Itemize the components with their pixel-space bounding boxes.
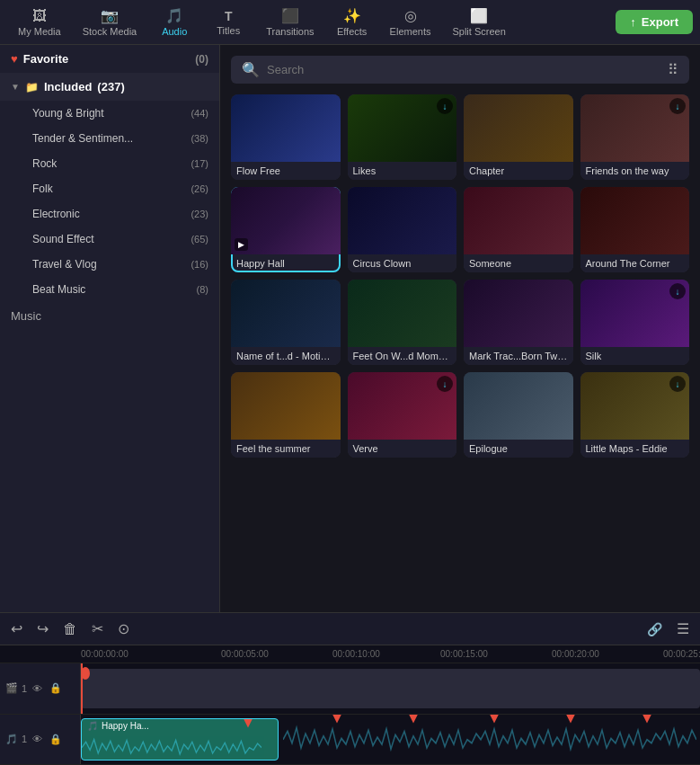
cut-button[interactable]: ✂ — [88, 617, 107, 641]
audio-card-feel-summer[interactable]: Feel the summer — [231, 372, 341, 458]
grid-toggle-button[interactable]: ⠿ — [668, 61, 678, 78]
nav-label-titles: Titles — [217, 25, 240, 36]
category-count: (26) — [191, 183, 208, 194]
audio-waveform — [82, 735, 261, 760]
ruler-mark-3: 00:00:15:00 — [440, 649, 488, 659]
card-thumbnail — [464, 372, 573, 440]
category-label: Young & Bright — [32, 107, 104, 120]
undo-button[interactable]: ↩ — [7, 617, 26, 641]
sidebar: ♥ Favorite (0) ▼ 📁 Included (237) Young … — [0, 45, 220, 612]
card-thumbnail — [464, 94, 573, 162]
sidebar-item-music[interactable]: Music — [0, 302, 219, 330]
card-thumbnail: ▶ — [231, 187, 341, 254]
ruler-mark-5: 00:00:25:00 — [663, 649, 700, 659]
video-track-number: 1 — [22, 683, 27, 694]
nav-item-effects[interactable]: ✨ Effects — [325, 4, 379, 40]
heart-icon: ♥ — [11, 52, 18, 66]
audio-card-around-the-corner[interactable]: Around The Corner — [580, 187, 690, 272]
audio-card-happy-hall[interactable]: ▶ Happy Hall — [231, 187, 341, 272]
category-label: Tender & Sentimen... — [32, 132, 133, 145]
nav-item-titles[interactable]: T Titles — [201, 5, 255, 40]
card-label: Likes — [348, 162, 457, 180]
audio-card-chapter[interactable]: Chapter — [464, 94, 573, 180]
download-badge: ↓ — [437, 98, 453, 114]
sidebar-item-young-bright[interactable]: Young & Bright (44) — [0, 101, 219, 126]
card-label: Someone — [464, 254, 573, 272]
search-input[interactable] — [267, 63, 660, 76]
favorite-label: Favorite — [23, 52, 69, 66]
audio-card-flow-free[interactable]: Flow Free — [231, 94, 341, 180]
audio-card-epilogue[interactable]: Epilogue — [464, 372, 573, 458]
card-label: Friends on the way — [580, 162, 690, 180]
nav-label-elements: Elements — [390, 26, 431, 37]
category-count: (8) — [197, 284, 208, 295]
redo-button[interactable]: ↪ — [33, 617, 52, 641]
video-track-bg — [81, 669, 700, 708]
audio-grid: Flow Free ↓ Likes Chapter ↓ Friends on t… — [231, 94, 689, 458]
video-track-row: 🎬 1 👁 🔒 — [0, 663, 700, 715]
nav-item-stock-media[interactable]: 📷 Stock Media — [72, 4, 148, 40]
category-count: (17) — [191, 158, 208, 169]
video-track-lock-button[interactable]: 🔒 — [48, 680, 64, 696]
link-button[interactable]: 🔗 — [643, 618, 666, 640]
sidebar-item-electronic[interactable]: Electronic (23) — [0, 201, 219, 227]
sidebar-item-folk[interactable]: Folk (26) — [0, 176, 219, 201]
sidebar-item-beat-music[interactable]: Beat Music (8) — [0, 277, 219, 302]
delete-button[interactable]: 🗑 — [59, 618, 81, 641]
nav-label-my-media: My Media — [18, 26, 61, 37]
category-count: (44) — [191, 108, 208, 119]
sidebar-item-favorite[interactable]: ♥ Favorite (0) — [0, 45, 219, 73]
nav-item-audio[interactable]: 🎵 Audio — [147, 4, 201, 40]
audio-card-name-of-child[interactable]: Name of t...d - Motions — [231, 280, 341, 365]
audio-card-someone[interactable]: Someone — [464, 187, 573, 272]
my-media-icon: 🖼 — [32, 8, 47, 24]
nav-label-stock-media: Stock Media — [83, 26, 137, 37]
nav-item-split-screen[interactable]: ⬜ Split Screen — [441, 4, 516, 40]
export-arrow-icon: ↑ — [630, 15, 636, 29]
playhead-handle[interactable] — [81, 663, 90, 714]
sidebar-item-rock[interactable]: Rock (17) — [0, 151, 219, 176]
card-thumbnail: ↓ — [348, 372, 457, 440]
copy-button[interactable]: ⊙ — [114, 617, 133, 641]
nav-label-effects: Effects — [337, 26, 367, 37]
sidebar-item-travel-vlog[interactable]: Travel & Vlog (16) — [0, 252, 219, 277]
playhead-circle — [81, 667, 90, 680]
export-button[interactable]: ↑ Export — [616, 10, 693, 34]
card-label: Name of t...d - Motions — [231, 347, 341, 365]
nav-item-my-media[interactable]: 🖼 My Media — [7, 4, 72, 40]
settings-button[interactable]: ☰ — [673, 617, 693, 641]
audio-card-mark-track[interactable]: Mark Trac...Born Twice — [464, 280, 573, 365]
audio-card-feet-on-world[interactable]: Feet On W...d Moment — [348, 280, 457, 365]
audio-track-eye-button[interactable]: 👁 — [31, 732, 44, 746]
nav-item-transitions[interactable]: ⬛ Transitions — [255, 4, 324, 40]
sidebar-item-sound-effect[interactable]: Sound Effect (65) — [0, 227, 219, 252]
audio-track-area[interactable]: 🎵 Happy Ha... — [81, 715, 700, 765]
nav-label-transitions: Transitions — [266, 26, 314, 37]
transitions-icon: ⬛ — [281, 7, 299, 24]
audio-card-likes[interactable]: ↓ Likes — [348, 94, 457, 180]
audio-track-lock-button[interactable]: 🔒 — [48, 732, 64, 747]
audio-card-little-maps[interactable]: ↓ Little Maps - Eddie — [580, 372, 690, 458]
card-thumbnail — [464, 280, 573, 347]
audio-card-silk[interactable]: ↓ Silk — [580, 280, 690, 365]
nav-item-elements[interactable]: ◎ Elements — [379, 4, 442, 40]
titles-icon: T — [225, 9, 233, 23]
card-label: Feet On W...d Moment — [348, 347, 457, 365]
nav-label-audio: Audio — [162, 26, 187, 37]
audio-card-friends-on-way[interactable]: ↓ Friends on the way — [580, 94, 690, 180]
video-track-area[interactable] — [81, 663, 700, 714]
card-thumbnail — [580, 187, 690, 254]
audio-card-verve[interactable]: ↓ Verve — [348, 372, 457, 458]
card-label: Silk — [580, 347, 690, 365]
audio-clip[interactable]: 🎵 Happy Ha... — [81, 718, 279, 761]
category-label: Travel & Vlog — [32, 258, 97, 271]
download-badge: ↓ — [669, 283, 686, 299]
card-thumbnail: ↓ — [580, 280, 690, 347]
video-track-eye-button[interactable]: 👁 — [31, 681, 44, 696]
sidebar-item-tender-sentimental[interactable]: Tender & Sentimen... (38) — [0, 126, 219, 151]
sidebar-item-included[interactable]: ▼ 📁 Included (237) — [0, 73, 219, 101]
chevron-down-icon: ▼ — [11, 82, 20, 92]
audio-card-circus-clown[interactable]: Circus Clown — [348, 187, 457, 272]
top-nav: 🖼 My Media 📷 Stock Media 🎵 Audio T Title… — [0, 0, 700, 45]
audio-clip-icon: 🎵 — [87, 721, 98, 731]
